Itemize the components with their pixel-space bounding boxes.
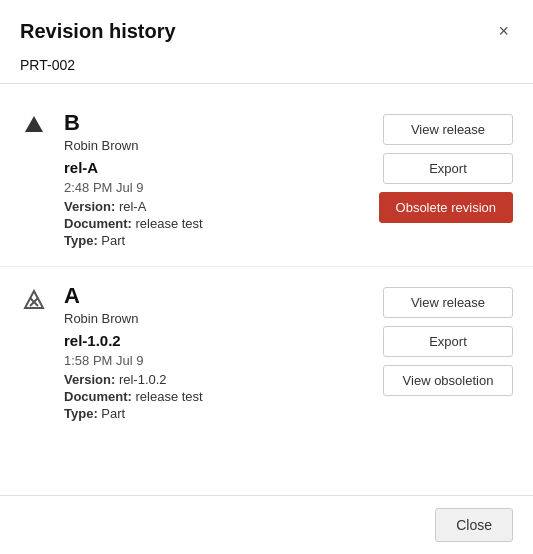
modal-title: Revision history (20, 20, 176, 43)
triangle-icon (16, 110, 52, 250)
revision-version: Version: rel-1.0.2 (64, 372, 371, 387)
revision-letter: B (64, 110, 367, 136)
revision-info: A Robin Brown rel-1.0.2 1:58 PM Jul 9 Ve… (64, 283, 371, 423)
action-button-1-1[interactable]: Export (383, 326, 513, 357)
revision-info: B Robin Brown rel-A 2:48 PM Jul 9 Versio… (64, 110, 367, 250)
revision-document: Document: release test (64, 216, 367, 231)
revision-letter: A (64, 283, 371, 309)
revision-history-modal: Revision history × PRT-002 B Robin Brown… (0, 0, 533, 554)
revision-author: Robin Brown (64, 311, 371, 326)
obsolete-icon (16, 283, 52, 423)
revision-document: Document: release test (64, 389, 371, 404)
revision-author: Robin Brown (64, 138, 367, 153)
revision-time: 2:48 PM Jul 9 (64, 180, 367, 195)
svg-marker-0 (25, 291, 43, 308)
close-button[interactable]: Close (435, 508, 513, 542)
action-button-0-1[interactable]: Export (383, 153, 513, 184)
prt-label: PRT-002 (0, 53, 533, 83)
modal-header: Revision history × (0, 0, 533, 53)
revision-type: Type: Part (64, 406, 371, 421)
action-button-0-2[interactable]: Obsolete revision (379, 192, 513, 223)
action-button-1-0[interactable]: View release (383, 287, 513, 318)
revision-type: Type: Part (64, 233, 367, 248)
close-icon[interactable]: × (494, 20, 513, 42)
modal-body: B Robin Brown rel-A 2:48 PM Jul 9 Versio… (0, 83, 533, 496)
modal-footer: Close (0, 496, 533, 554)
revision-time: 1:58 PM Jul 9 (64, 353, 371, 368)
revision-version: Version: rel-A (64, 199, 367, 214)
revision-rel: rel-A (64, 159, 367, 176)
revision-item: A Robin Brown rel-1.0.2 1:58 PM Jul 9 Ve… (0, 267, 533, 439)
revision-item: B Robin Brown rel-A 2:48 PM Jul 9 Versio… (0, 94, 533, 267)
action-button-1-2[interactable]: View obsoletion (383, 365, 513, 396)
revision-rel: rel-1.0.2 (64, 332, 371, 349)
action-button-0-0[interactable]: View release (383, 114, 513, 145)
revision-actions: View releaseExportView obsoletion (383, 283, 513, 423)
revision-actions: View releaseExportObsolete revision (379, 110, 513, 250)
